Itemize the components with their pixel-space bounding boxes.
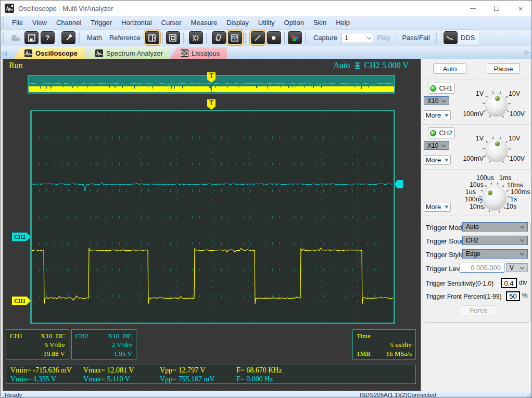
resize-grip[interactable] <box>526 393 531 398</box>
scope-area: Run Auto CH2 5.000 V T T CH2 CH1 CH1 X10… <box>1 59 420 391</box>
menu-item-trigger[interactable]: Trigger <box>86 17 117 28</box>
menu-item-option[interactable]: Option <box>280 17 309 28</box>
save-icon[interactable] <box>24 31 39 44</box>
trigger-style-select[interactable]: Edge <box>462 249 528 259</box>
ch2-probe: X10 <box>108 332 119 340</box>
ch2-vmin: Vmin= 4.355 V <box>10 375 83 383</box>
knob-tick <box>483 103 485 104</box>
reference-button[interactable]: Reference <box>106 34 144 42</box>
tab-oscilloscope[interactable]: Oscilloscope <box>14 47 85 59</box>
ch2-enable-button[interactable]: CH2 <box>428 127 455 138</box>
menu-item-display[interactable]: Display <box>222 17 254 28</box>
trigger-level-input[interactable] <box>460 263 504 273</box>
knob-label-100mV: 100mV <box>463 110 484 118</box>
knob-label-100us: 100us <box>476 174 494 182</box>
math-button[interactable]: Math <box>83 34 106 42</box>
pause-button[interactable]: Pause <box>487 63 520 74</box>
trigger-style-label: Trigger Style <box>426 251 464 259</box>
trigger-style-value: Edge <box>466 250 480 258</box>
display-window-icon[interactable] <box>166 31 180 44</box>
help-icon[interactable]: ? <box>41 31 55 44</box>
menu-item-skin[interactable]: Skin <box>309 17 331 28</box>
toolbar-separator <box>162 32 163 44</box>
trigger-position-tag[interactable]: T <box>207 99 216 110</box>
probe-icon[interactable] <box>212 31 226 44</box>
menu-item-view[interactable]: View <box>28 17 52 28</box>
tab-scroll-left-icon[interactable]: ◁ <box>1 48 8 58</box>
panel-toggle-icon[interactable] <box>145 31 159 44</box>
ch2-vmax: Vmax= 5.110 V <box>83 375 160 383</box>
ch2-more-button[interactable]: More <box>424 155 451 165</box>
knob-label-10ms: 10ms <box>507 182 523 189</box>
capture-count-select[interactable]: 1 <box>341 33 373 43</box>
menu-item-horizontal[interactable]: Horizontal <box>117 17 157 28</box>
ch1-enable-button[interactable]: CH1 <box>428 83 455 94</box>
maximize-button[interactable] <box>485 1 509 16</box>
time-info-box: Time 5 us/div 1MB 16 MSa/s <box>352 329 416 360</box>
tab-label: Lissajous <box>192 49 220 57</box>
lissajous-tab-icon <box>181 49 188 57</box>
dds-button[interactable]: DDS <box>441 30 479 46</box>
ch2-probe-select[interactable]: X10 <box>424 141 449 150</box>
minimize-button[interactable] <box>461 1 485 16</box>
ch2-info-box: CH2 X10 DC 2 V/div -1.95 V <box>71 329 136 360</box>
close-button[interactable]: × <box>509 1 532 16</box>
left-splitter[interactable] <box>1 59 3 391</box>
ch1-offset: -19.88 V <box>41 349 65 358</box>
knob-label-100ms: 100ms <box>511 188 530 196</box>
open-icon[interactable] <box>8 31 22 44</box>
waveform-plot[interactable] <box>30 110 395 324</box>
ch1-name: CH1 <box>10 331 23 340</box>
ch2-volts-knob[interactable] <box>486 140 507 161</box>
auto-button[interactable]: Auto <box>433 63 466 74</box>
tools-icon[interactable] <box>61 31 75 44</box>
menu-item-help[interactable]: Help <box>331 17 354 28</box>
trigger-readout: CH2 5.000 V <box>364 61 409 70</box>
toolbar: ? Math Reference <box>1 30 532 46</box>
chevron-down-icon[interactable] <box>365 33 373 43</box>
ch1-led-icon <box>430 85 436 92</box>
menu-item-file[interactable]: File <box>7 17 28 28</box>
tab-lissajous[interactable]: Lissajous <box>170 47 227 59</box>
ch1-probe-select[interactable]: X10 <box>424 96 449 105</box>
ch1-position-flag[interactable]: CH1 <box>12 297 31 305</box>
knob-tick <box>491 183 492 185</box>
knob-indicator <box>488 190 492 195</box>
trigger-front-input[interactable] <box>506 291 520 301</box>
more-label: More <box>426 203 441 211</box>
ch2-position-flag[interactable]: CH2 <box>12 233 31 241</box>
auto-center-icon[interactable] <box>189 31 203 44</box>
force-button[interactable]: Force <box>459 305 498 315</box>
dot-style-icon[interactable] <box>267 31 281 44</box>
ch1-volts-knob[interactable] <box>486 95 507 115</box>
ch1-more-button[interactable]: More <box>424 110 451 120</box>
color-palette-icon[interactable] <box>288 31 302 44</box>
knob-tick <box>489 210 490 212</box>
knob-label-100ns: 100ns <box>465 196 483 203</box>
play-button[interactable]: Play <box>373 34 394 42</box>
ch1-coupling: DC <box>56 332 65 340</box>
menu-item-cursor[interactable]: Cursor <box>157 17 186 28</box>
line-style-icon[interactable] <box>251 31 265 44</box>
trigger-source-select[interactable]: CH2 <box>462 236 528 245</box>
trigger-sensitivity-label: Trigger Sensitivity(0-1.0) <box>426 280 493 287</box>
trigger-mode-label: Trigger Mode <box>426 224 466 232</box>
run-control-section: Auto Pause <box>421 59 532 80</box>
tab-scroll-right-icon[interactable]: ▷ <box>523 47 530 57</box>
menu-item-channel[interactable]: Channel <box>52 17 86 28</box>
app-icon <box>5 4 14 13</box>
trigger-level-unit-select[interactable]: V <box>506 263 528 272</box>
tab-spectrum-analyzer[interactable]: Spectrum Analyzer <box>85 47 170 59</box>
waveform-display-icon[interactable] <box>228 31 242 44</box>
menu-item-measure[interactable]: Measure <box>186 17 222 28</box>
ch2-probe-value: X10 <box>427 142 438 149</box>
window-title: Oscilloscope - Multi VirAnalyzer <box>18 5 113 12</box>
passfail-button[interactable]: Pass/Fail <box>398 34 433 42</box>
trigger-sensitivity-input[interactable] <box>501 278 517 288</box>
trigger-mode-select[interactable]: Auto <box>462 222 528 232</box>
ch2-level-marker[interactable] <box>395 180 403 188</box>
menu-item-utility[interactable]: Utility <box>254 17 280 28</box>
ch2-scale: 2 V/div <box>112 340 132 349</box>
timebase-knob[interactable] <box>483 186 506 209</box>
timebase-more-button[interactable]: More <box>424 202 451 212</box>
